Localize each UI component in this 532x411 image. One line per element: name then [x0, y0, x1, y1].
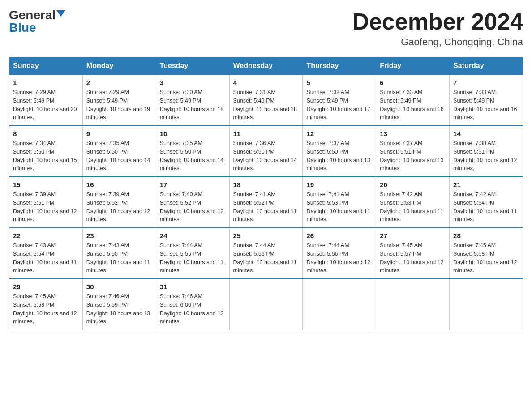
day-info: Sunrise: 7:35 AMSunset: 5:50 PMDaylight:…: [160, 139, 226, 173]
calendar-cell: 20Sunrise: 7:42 AMSunset: 5:53 PMDayligh…: [376, 177, 450, 228]
day-info: Sunrise: 7:33 AMSunset: 5:49 PMDaylight:…: [380, 88, 446, 122]
day-info: Sunrise: 7:35 AMSunset: 5:50 PMDaylight:…: [86, 139, 152, 173]
day-header-monday: Monday: [82, 57, 156, 75]
location-subtitle: Gaofeng, Chongqing, China: [352, 36, 523, 48]
calendar-cell: 15Sunrise: 7:39 AMSunset: 5:51 PMDayligh…: [9, 177, 83, 228]
calendar-week-row: 29Sunrise: 7:45 AMSunset: 5:58 PMDayligh…: [9, 279, 523, 330]
day-info: Sunrise: 7:45 AMSunset: 5:57 PMDaylight:…: [380, 241, 446, 275]
calendar-week-row: 1Sunrise: 7:29 AMSunset: 5:49 PMDaylight…: [9, 75, 523, 126]
logo: General Blue: [9, 9, 65, 34]
calendar-cell: 2Sunrise: 7:29 AMSunset: 5:49 PMDaylight…: [82, 75, 156, 126]
day-info: Sunrise: 7:44 AMSunset: 5:56 PMDaylight:…: [233, 241, 299, 275]
title-block: December 2024 Gaofeng, Chongqing, China: [352, 9, 523, 48]
day-info: Sunrise: 7:31 AMSunset: 5:49 PMDaylight:…: [233, 88, 299, 122]
calendar-table: SundayMondayTuesdayWednesdayThursdayFrid…: [9, 57, 523, 330]
day-number: 19: [306, 181, 372, 188]
calendar-cell: 14Sunrise: 7:38 AMSunset: 5:51 PMDayligh…: [450, 126, 523, 177]
calendar-cell: 6Sunrise: 7:33 AMSunset: 5:49 PMDaylight…: [376, 75, 450, 126]
calendar-cell: 7Sunrise: 7:33 AMSunset: 5:49 PMDaylight…: [450, 75, 523, 126]
day-number: 22: [13, 232, 79, 240]
logo-general-text: General: [9, 9, 56, 21]
logo-blue-text: Blue: [9, 21, 36, 34]
day-header-saturday: Saturday: [450, 57, 523, 75]
calendar-cell: 12Sunrise: 7:37 AMSunset: 5:50 PMDayligh…: [303, 126, 376, 177]
calendar-cell: [450, 279, 523, 330]
day-number: 28: [453, 232, 519, 240]
month-year-title: December 2024: [352, 9, 523, 34]
calendar-cell: 13Sunrise: 7:37 AMSunset: 5:51 PMDayligh…: [376, 126, 450, 177]
day-info: Sunrise: 7:41 AMSunset: 5:53 PMDaylight:…: [306, 190, 372, 224]
day-number: 13: [380, 130, 446, 137]
calendar-body: 1Sunrise: 7:29 AMSunset: 5:49 PMDaylight…: [9, 75, 523, 330]
calendar-cell: 24Sunrise: 7:44 AMSunset: 5:55 PMDayligh…: [156, 228, 229, 279]
day-number: 2: [86, 79, 152, 86]
calendar-cell: 11Sunrise: 7:36 AMSunset: 5:50 PMDayligh…: [229, 126, 303, 177]
day-info: Sunrise: 7:36 AMSunset: 5:50 PMDaylight:…: [233, 139, 299, 173]
calendar-cell: 19Sunrise: 7:41 AMSunset: 5:53 PMDayligh…: [303, 177, 376, 228]
day-number: 23: [86, 232, 152, 240]
calendar-cell: 22Sunrise: 7:43 AMSunset: 5:54 PMDayligh…: [9, 228, 83, 279]
calendar-week-row: 15Sunrise: 7:39 AMSunset: 5:51 PMDayligh…: [9, 177, 523, 228]
day-number: 3: [160, 79, 226, 86]
day-info: Sunrise: 7:40 AMSunset: 5:52 PMDaylight:…: [160, 190, 226, 224]
calendar-cell: [303, 279, 376, 330]
calendar-cell: 28Sunrise: 7:45 AMSunset: 5:58 PMDayligh…: [450, 228, 523, 279]
day-info: Sunrise: 7:43 AMSunset: 5:54 PMDaylight:…: [13, 241, 79, 275]
day-number: 12: [306, 130, 372, 137]
calendar-cell: 1Sunrise: 7:29 AMSunset: 5:49 PMDaylight…: [9, 75, 83, 126]
day-info: Sunrise: 7:37 AMSunset: 5:50 PMDaylight:…: [306, 139, 372, 173]
day-number: 24: [160, 232, 226, 240]
day-info: Sunrise: 7:42 AMSunset: 5:53 PMDaylight:…: [380, 190, 446, 224]
calendar-cell: 8Sunrise: 7:34 AMSunset: 5:50 PMDaylight…: [9, 126, 83, 177]
day-number: 6: [380, 79, 446, 86]
calendar-header: SundayMondayTuesdayWednesdayThursdayFrid…: [9, 57, 523, 75]
day-info: Sunrise: 7:38 AMSunset: 5:51 PMDaylight:…: [453, 139, 519, 173]
day-number: 30: [86, 283, 152, 291]
day-number: 10: [160, 130, 226, 137]
day-info: Sunrise: 7:44 AMSunset: 5:56 PMDaylight:…: [306, 241, 372, 275]
page-header: General Blue December 2024 Gaofeng, Chon…: [9, 9, 523, 48]
day-info: Sunrise: 7:39 AMSunset: 5:51 PMDaylight:…: [13, 190, 79, 224]
day-header-thursday: Thursday: [303, 57, 376, 75]
calendar-cell: 27Sunrise: 7:45 AMSunset: 5:57 PMDayligh…: [376, 228, 450, 279]
calendar-cell: 26Sunrise: 7:44 AMSunset: 5:56 PMDayligh…: [303, 228, 376, 279]
day-info: Sunrise: 7:37 AMSunset: 5:51 PMDaylight:…: [380, 139, 446, 173]
day-info: Sunrise: 7:34 AMSunset: 5:50 PMDaylight:…: [13, 139, 79, 173]
day-number: 9: [86, 130, 152, 137]
calendar-cell: 21Sunrise: 7:42 AMSunset: 5:54 PMDayligh…: [450, 177, 523, 228]
day-info: Sunrise: 7:39 AMSunset: 5:52 PMDaylight:…: [86, 190, 152, 224]
day-header-wednesday: Wednesday: [229, 57, 303, 75]
day-info: Sunrise: 7:32 AMSunset: 5:49 PMDaylight:…: [306, 88, 372, 122]
calendar-cell: 29Sunrise: 7:45 AMSunset: 5:58 PMDayligh…: [9, 279, 83, 330]
day-number: 27: [380, 232, 446, 240]
calendar-cell: 3Sunrise: 7:30 AMSunset: 5:49 PMDaylight…: [156, 75, 229, 126]
day-info: Sunrise: 7:45 AMSunset: 5:58 PMDaylight:…: [13, 292, 79, 326]
calendar-cell: 30Sunrise: 7:46 AMSunset: 5:59 PMDayligh…: [82, 279, 156, 330]
day-number: 5: [306, 79, 372, 86]
day-info: Sunrise: 7:43 AMSunset: 5:55 PMDaylight:…: [86, 241, 152, 275]
day-header-friday: Friday: [376, 57, 450, 75]
day-number: 31: [160, 283, 226, 291]
calendar-cell: 10Sunrise: 7:35 AMSunset: 5:50 PMDayligh…: [156, 126, 229, 177]
logo-arrow-icon: [56, 10, 65, 17]
calendar-cell: 4Sunrise: 7:31 AMSunset: 5:49 PMDaylight…: [229, 75, 303, 126]
day-number: 29: [13, 283, 79, 291]
calendar-week-row: 8Sunrise: 7:34 AMSunset: 5:50 PMDaylight…: [9, 126, 523, 177]
day-info: Sunrise: 7:33 AMSunset: 5:49 PMDaylight:…: [453, 88, 519, 122]
day-number: 26: [306, 232, 372, 240]
day-number: 25: [233, 232, 299, 240]
calendar-cell: 18Sunrise: 7:41 AMSunset: 5:52 PMDayligh…: [229, 177, 303, 228]
day-number: 20: [380, 181, 446, 188]
day-number: 11: [233, 130, 299, 137]
day-info: Sunrise: 7:46 AMSunset: 6:00 PMDaylight:…: [160, 292, 226, 326]
calendar-cell: 31Sunrise: 7:46 AMSunset: 6:00 PMDayligh…: [156, 279, 229, 330]
calendar-cell: [376, 279, 450, 330]
day-header-row: SundayMondayTuesdayWednesdayThursdayFrid…: [9, 57, 523, 75]
day-info: Sunrise: 7:41 AMSunset: 5:52 PMDaylight:…: [233, 190, 299, 224]
day-number: 4: [233, 79, 299, 86]
day-info: Sunrise: 7:45 AMSunset: 5:58 PMDaylight:…: [453, 241, 519, 275]
day-info: Sunrise: 7:29 AMSunset: 5:49 PMDaylight:…: [86, 88, 152, 122]
day-info: Sunrise: 7:42 AMSunset: 5:54 PMDaylight:…: [453, 190, 519, 224]
day-number: 17: [160, 181, 226, 188]
day-info: Sunrise: 7:30 AMSunset: 5:49 PMDaylight:…: [160, 88, 226, 122]
